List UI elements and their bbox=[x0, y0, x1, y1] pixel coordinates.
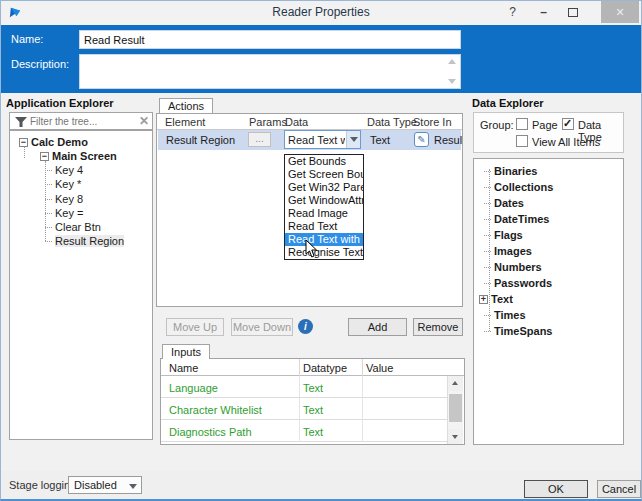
add-button[interactable]: Add bbox=[348, 318, 407, 336]
move-up-button[interactable]: Move Up bbox=[166, 318, 224, 336]
tree-node-clear-btn[interactable]: Clear Btn bbox=[45, 220, 101, 234]
scrollbar-thumb[interactable] bbox=[449, 394, 462, 422]
description-label: Description: bbox=[11, 58, 69, 70]
description-field[interactable] bbox=[80, 55, 448, 88]
scroll-down-icon[interactable] bbox=[448, 79, 456, 84]
column-divider bbox=[362, 359, 363, 376]
application-tree[interactable]: −Calc Demo −Main Screen Key 4 Key * Key … bbox=[9, 130, 153, 440]
description-field-wrap bbox=[79, 54, 461, 89]
minimize-button[interactable]: – bbox=[530, 1, 557, 23]
store-in-picker-icon[interactable]: ✎ bbox=[414, 132, 429, 147]
data-type-checkbox[interactable] bbox=[562, 118, 574, 130]
tree-node-key8[interactable]: Key 8 bbox=[45, 192, 83, 206]
data-node-flags[interactable]: Flags bbox=[484, 227, 523, 243]
group-label: Group: bbox=[480, 119, 514, 131]
data-explorer-title: Data Explorer bbox=[472, 97, 544, 109]
input-row-diagnostics-path[interactable]: Diagnostics Path Text bbox=[161, 420, 448, 442]
column-divider bbox=[299, 420, 300, 442]
scroll-up-icon[interactable] bbox=[448, 59, 456, 64]
tab-inputs[interactable]: Inputs bbox=[162, 344, 210, 359]
name-field[interactable] bbox=[79, 30, 461, 49]
properties-header: Name: Description: bbox=[1, 25, 641, 93]
tree-node-key4[interactable]: Key 4 bbox=[45, 163, 83, 177]
tree-connector bbox=[484, 219, 491, 220]
tree-connector bbox=[484, 315, 491, 316]
scroll-up-button[interactable] bbox=[448, 376, 463, 391]
data-node-timespans[interactable]: TimeSpans bbox=[484, 323, 553, 339]
data-node-times[interactable]: Times bbox=[484, 307, 526, 323]
data-combobox[interactable]: Read Text wit bbox=[284, 130, 361, 149]
name-label: Name: bbox=[11, 33, 43, 45]
tree-filter[interactable]: ✕ bbox=[9, 112, 153, 130]
dropdown-option[interactable]: Get WindowAttrib bbox=[285, 194, 363, 207]
data-node-images[interactable]: Images bbox=[484, 243, 532, 259]
col-data-type: Data Type bbox=[367, 116, 417, 128]
expand-icon[interactable]: + bbox=[479, 295, 488, 304]
data-node-dates[interactable]: Dates bbox=[484, 195, 524, 211]
application-explorer-title: Application Explorer bbox=[6, 97, 114, 109]
params-button[interactable]: ... bbox=[248, 132, 271, 147]
ok-button[interactable]: OK bbox=[524, 480, 588, 498]
tree-node-main-screen[interactable]: −Main Screen bbox=[40, 149, 117, 163]
close-button[interactable]: ✕ bbox=[601, 1, 639, 23]
column-divider bbox=[299, 359, 300, 376]
scroll-down-button[interactable] bbox=[448, 429, 463, 444]
action-row-result-region[interactable]: Result Region ... Read Text wit Text ✎ R… bbox=[158, 130, 461, 150]
tree-connector bbox=[45, 241, 52, 242]
dropdown-option[interactable]: Get Screen Bound bbox=[285, 168, 363, 181]
filter-input[interactable] bbox=[30, 114, 134, 128]
dropdown-option[interactable]: Get Win32 Parent bbox=[285, 181, 363, 194]
tree-connector bbox=[45, 213, 52, 214]
mouse-cursor bbox=[305, 239, 319, 259]
collapse-icon[interactable]: − bbox=[40, 152, 49, 161]
collapse-icon[interactable]: − bbox=[19, 138, 28, 147]
inputs-scrollbar[interactable] bbox=[447, 376, 463, 444]
col-value: Value bbox=[366, 362, 393, 374]
help-button[interactable]: ? bbox=[499, 1, 526, 23]
stage-logging-select[interactable]: Disabled bbox=[68, 476, 142, 494]
data-node-text[interactable]: +Text bbox=[479, 291, 513, 307]
data-node-datetimes[interactable]: DateTimes bbox=[484, 211, 549, 227]
page-checkbox-label: Page bbox=[532, 119, 558, 131]
maximize-button[interactable] bbox=[559, 1, 586, 23]
group-options: Group: Page Data Type View All Items bbox=[473, 112, 624, 153]
dropdown-option[interactable]: Recognise Text bbox=[285, 246, 363, 259]
clear-filter-icon[interactable]: ✕ bbox=[139, 114, 149, 128]
tree-connector bbox=[484, 187, 491, 188]
data-node-passwords[interactable]: Passwords bbox=[484, 275, 552, 291]
dropdown-option[interactable]: Read Image bbox=[285, 207, 363, 220]
filter-funnel-icon bbox=[15, 117, 27, 128]
data-dropdown-list[interactable]: Get Bounds Get Screen Bound Get Win32 Pa… bbox=[284, 154, 364, 260]
dropdown-option[interactable]: Read Text bbox=[285, 220, 363, 233]
chevron-down-icon bbox=[129, 484, 137, 489]
cancel-button[interactable]: Cancel bbox=[597, 480, 641, 498]
page-checkbox[interactable] bbox=[516, 118, 528, 130]
data-node-binaries[interactable]: Binaries bbox=[484, 163, 537, 179]
inputs-table-header: Name Datatype Value bbox=[161, 359, 464, 376]
input-row-character-whitelist[interactable]: Character Whitelist Text bbox=[161, 398, 448, 420]
data-explorer-tree[interactable]: Binaries Collections Dates DateTimes Fla… bbox=[473, 158, 624, 445]
arrow-down-icon bbox=[452, 435, 458, 439]
dropdown-option-selected[interactable]: Read Text with O bbox=[285, 233, 363, 246]
title-bar[interactable]: Reader Properties ? – ✕ bbox=[1, 1, 641, 25]
tree-node-key-star[interactable]: Key * bbox=[45, 177, 81, 191]
inputs-table[interactable]: Name Datatype Value Language Text Charac… bbox=[160, 358, 465, 445]
view-all-items-checkbox[interactable] bbox=[516, 135, 528, 147]
data-node-numbers[interactable]: Numbers bbox=[484, 259, 542, 275]
column-divider bbox=[299, 376, 300, 398]
dropdown-option[interactable]: Get Bounds bbox=[285, 155, 363, 168]
view-all-items-label: View All Items bbox=[532, 136, 600, 148]
input-row-language[interactable]: Language Text bbox=[161, 376, 448, 398]
tree-connector bbox=[45, 199, 52, 200]
combobox-dropdown-button[interactable] bbox=[346, 131, 360, 148]
move-down-button[interactable]: Move Down bbox=[231, 318, 293, 336]
remove-button[interactable]: Remove bbox=[413, 318, 463, 336]
tree-node-key-equals[interactable]: Key = bbox=[45, 206, 83, 220]
tree-node-calc-demo[interactable]: −Calc Demo bbox=[19, 135, 88, 149]
maximize-icon bbox=[568, 8, 578, 17]
data-node-collections[interactable]: Collections bbox=[484, 179, 553, 195]
tree-node-result-region[interactable]: Result Region bbox=[45, 234, 124, 248]
tree-connector bbox=[484, 235, 491, 236]
tab-actions[interactable]: Actions bbox=[159, 98, 213, 113]
col-name: Name bbox=[169, 362, 198, 374]
